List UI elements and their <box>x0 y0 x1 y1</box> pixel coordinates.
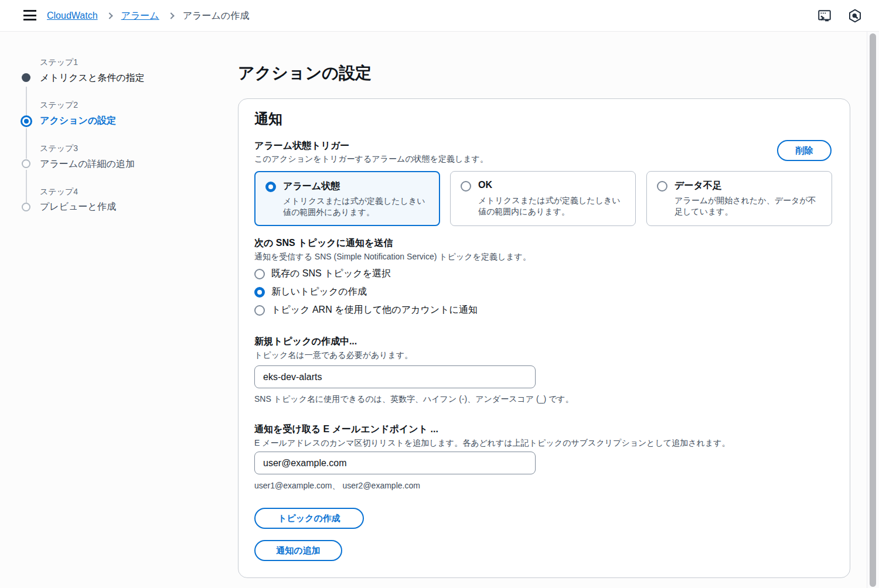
sns-topic-description: 通知を受信する SNS (Simple Notification Service… <box>254 252 531 262</box>
step-1-indicator <box>22 73 30 82</box>
new-topic-description: トピック名は一意である必要があります。 <box>254 350 413 361</box>
alarm-state-trigger-label: アラーム状態トリガー <box>254 140 349 152</box>
radio-topic-arn[interactable] <box>254 305 265 316</box>
radio-existing-topic-label: 既存の SNS トピックを選択 <box>271 268 391 280</box>
radio-existing-topic[interactable] <box>254 269 265 279</box>
topic-name-input[interactable] <box>254 365 536 388</box>
notification-card: 通知 アラーム状態トリガー このアクションをトリガーするアラームの状態を定義しま… <box>238 98 850 578</box>
radio-create-topic-label: 新しいトピックの作成 <box>271 286 367 298</box>
topic-name-constraint: SNS トピック名に使用できるのは、英数字、ハイフン (-)、アンダースコア (… <box>254 394 574 405</box>
hamburger-menu-icon[interactable] <box>23 10 36 22</box>
header-actions <box>817 0 863 32</box>
breadcrumb-link-alarms[interactable]: アラーム <box>121 10 159 22</box>
email-endpoint-input[interactable] <box>254 452 536 474</box>
remove-notification-button[interactable]: 削除 <box>777 140 832 161</box>
step-4-label: ステップ4 <box>40 187 78 197</box>
step-2-label: ステップ2 <box>40 100 78 111</box>
radio-create-topic[interactable] <box>254 287 265 298</box>
page-title: アクションの設定 <box>238 62 372 84</box>
radio-insufficient-data[interactable] <box>657 181 667 192</box>
tile-insufficient-data-description: アラームが開始されたか、データが不足しています。 <box>674 195 821 217</box>
email-endpoint-description: E メールアドレスのカンマ区切りリストを追加します。各あどれすは上記トピックのサ… <box>254 438 730 449</box>
breadcrumb: CloudWatch アラーム アラームの作成 <box>47 0 249 32</box>
sns-topic-label: 次の SNS トピックに通知を送信 <box>254 237 393 249</box>
top-navigation-bar: CloudWatch アラーム アラームの作成 <box>0 0 879 32</box>
add-notification-button[interactable]: 通知の追加 <box>254 540 342 561</box>
amazon-q-icon[interactable] <box>847 8 863 23</box>
step-connector <box>26 170 27 203</box>
step-3-indicator <box>22 159 30 168</box>
tile-insufficient-data[interactable]: データ不足 アラームが開始されたか、データが不足しています。 <box>646 171 832 226</box>
radio-in-alarm[interactable] <box>265 182 276 192</box>
sidebar-item-step-4[interactable]: プレビューと作成 <box>40 201 116 213</box>
radio-row-existing-topic[interactable]: 既存の SNS トピックを選択 <box>254 268 391 280</box>
step-3-label: ステップ3 <box>40 143 78 154</box>
create-topic-button[interactable]: トピックの作成 <box>254 508 364 529</box>
step-1-label: ステップ1 <box>40 57 78 68</box>
radio-row-create-topic[interactable]: 新しいトピックの作成 <box>254 286 367 298</box>
tile-in-alarm-title: アラーム状態 <box>283 180 340 193</box>
chevron-right-icon <box>168 12 174 19</box>
breadcrumb-link-cloudwatch[interactable]: CloudWatch <box>47 11 98 21</box>
step-connector <box>26 87 27 115</box>
step-connector <box>26 128 27 159</box>
tile-in-alarm[interactable]: アラーム状態 メトリクスまたは式が定義したしきい値の範囲外にあります。 <box>254 171 440 226</box>
sidebar-item-step-3[interactable]: アラームの詳細の追加 <box>40 158 135 170</box>
step-2-indicator <box>21 115 32 127</box>
cloudshell-icon[interactable] <box>817 8 832 23</box>
sidebar-item-step-2[interactable]: アクションの設定 <box>40 115 116 127</box>
email-endpoint-example: user1@example.com、 user2@example.com <box>254 481 420 491</box>
chevron-right-icon <box>106 12 113 19</box>
new-topic-label: 新規トピックの作成中... <box>254 336 357 348</box>
breadcrumb-current-page: アラームの作成 <box>183 10 250 22</box>
tile-ok-title: OK <box>478 180 492 190</box>
tile-in-alarm-description: メトリクスまたは式が定義したしきい値の範囲外にあります。 <box>283 196 430 218</box>
tile-insufficient-data-title: データ不足 <box>674 180 722 192</box>
section-title-notification: 通知 <box>254 110 282 128</box>
radio-row-topic-arn[interactable]: トピック ARN を使用して他のアカウントに通知 <box>254 304 478 316</box>
vertical-scrollbar-thumb[interactable] <box>870 33 876 587</box>
sidebar-item-step-1[interactable]: メトリクスと条件の指定 <box>40 72 145 84</box>
step-4-indicator <box>22 203 30 211</box>
radio-ok[interactable] <box>461 181 471 192</box>
email-endpoint-label: 通知を受け取る E メールエンドポイント ... <box>254 423 438 436</box>
tile-ok[interactable]: OK メトリクスまたは式が定義したしきい値の範囲内にあります。 <box>450 171 636 226</box>
tile-ok-description: メトリクスまたは式が定義したしきい値の範囲内にあります。 <box>478 195 625 217</box>
alarm-state-trigger-description: このアクションをトリガーするアラームの状態を定義します。 <box>254 154 488 165</box>
radio-topic-arn-label: トピック ARN を使用して他のアカウントに通知 <box>271 304 478 316</box>
